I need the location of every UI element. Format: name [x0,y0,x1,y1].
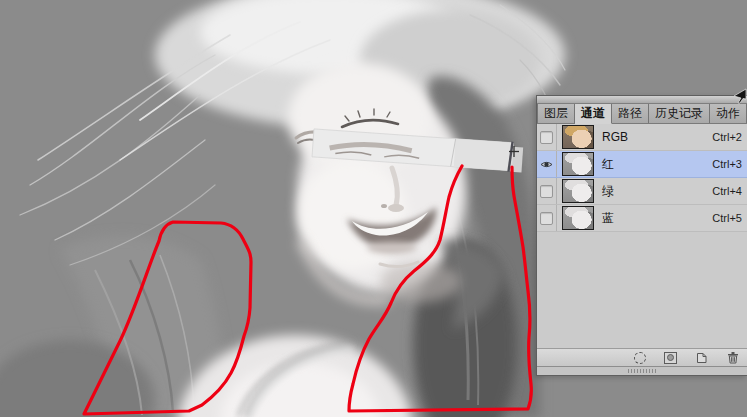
channel-thumbnail-blue[interactable] [562,206,594,230]
delete-channel-icon[interactable] [726,351,739,364]
new-page-glyph [695,352,708,364]
eye-off-well [540,212,553,225]
tab-paths[interactable]: 路径 [612,104,649,123]
load-channel-as-selection-icon[interactable] [633,351,646,364]
channel-name: RGB [602,130,712,144]
tab-actions[interactable]: 动作 [710,104,747,123]
channel-row-green[interactable]: 绿 Ctrl+4 [537,178,747,205]
new-channel-icon[interactable] [695,351,708,364]
tab-layers[interactable]: 图层 [537,104,575,123]
eye-off-well [540,185,553,198]
panel-resize-strip [537,366,747,375]
panel-resize-grip[interactable] [628,369,656,373]
save-selection-as-channel-icon[interactable] [664,351,677,364]
panel-tab-bar: 图层 通道 路径 历史记录 动作 [537,104,747,124]
eye-off-well [540,131,553,144]
channel-row-blue[interactable]: 蓝 Ctrl+5 [537,205,747,232]
channel-name: 蓝 [602,210,712,227]
channel-shortcut: Ctrl+5 [712,212,742,224]
channel-list: RGB Ctrl+2 红 Ctrl+3 绿 [537,124,747,232]
photoshop-workspace: 图层 通道 路径 历史记录 动作 RGB Ctrl+2 [0,0,747,417]
channels-panel: 图层 通道 路径 历史记录 动作 RGB Ctrl+2 [536,95,747,376]
visibility-toggle-blue[interactable] [537,205,557,231]
channel-row-red[interactable]: 红 Ctrl+3 [537,151,747,178]
channel-shortcut: Ctrl+4 [712,185,742,197]
channel-name: 红 [602,156,712,173]
panel-footer [537,348,747,366]
tab-channels[interactable]: 通道 [575,104,612,124]
mouse-cursor-icon [731,88,747,104]
tab-history[interactable]: 历史记录 [649,104,710,123]
eye-icon [540,160,553,169]
channel-row-rgb[interactable]: RGB Ctrl+2 [537,124,747,151]
visibility-toggle-red[interactable] [537,151,557,177]
panel-empty-area [537,232,747,348]
visibility-toggle-rgb[interactable] [537,124,557,150]
channel-thumbnail-green[interactable] [562,179,594,203]
mask-glyph [664,352,677,364]
panel-drag-bar[interactable] [537,96,747,104]
channel-thumbnail-rgb[interactable] [562,125,594,149]
dashed-circle-glyph [634,352,646,364]
visibility-toggle-green[interactable] [537,178,557,204]
trash-glyph [727,351,739,364]
channel-thumbnail-red[interactable] [562,152,594,176]
channel-shortcut: Ctrl+2 [712,131,742,143]
channel-name: 绿 [602,183,712,200]
channel-shortcut: Ctrl+3 [712,158,742,170]
